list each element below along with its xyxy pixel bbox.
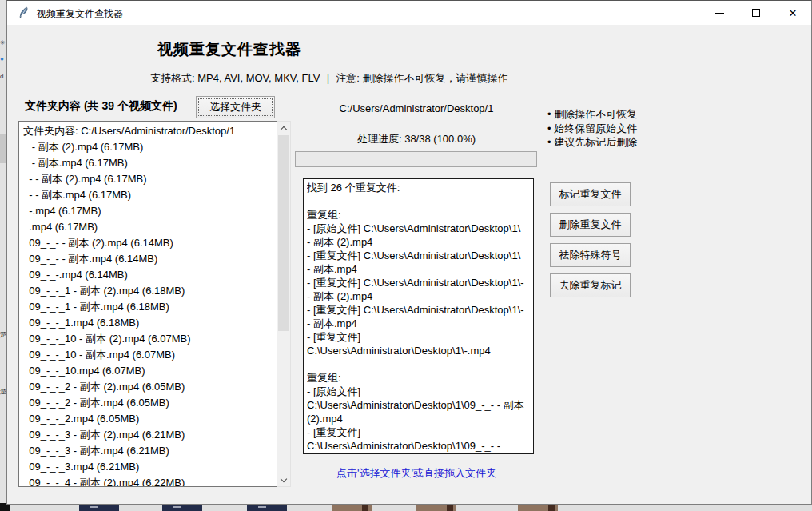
result-line: C:\Users\Administrator\Desktop\1\-.mp4: [307, 344, 530, 357]
result-line: - [重复文件] C:\Users\Administrator\Desktop\…: [307, 249, 530, 262]
file-list-item[interactable]: 09_-_-_3 - 副本 (2).mp4 (6.21MB): [19, 427, 277, 443]
result-line: - 副本.mp4: [307, 317, 530, 330]
remove-special-chars-button[interactable]: 祛除特殊符号: [550, 243, 631, 267]
result-line: - [重复文件]: [307, 425, 530, 439]
file-list-item[interactable]: 09_-_-_10.mp4 (6.07MB): [19, 363, 277, 379]
close-button[interactable]: ✕: [774, 1, 811, 25]
desktop-edge-block: [0, 134, 6, 163]
file-list-item[interactable]: 09_-_-_10 - 副本 (2).mp4 (6.07MB): [19, 331, 277, 347]
mark-duplicates-button[interactable]: 标记重复文件: [550, 182, 631, 206]
folder-content-label: 文件夹内容 (共 39 个视频文件): [25, 99, 177, 114]
duplicate-results-box[interactable]: 找到 26 个重复文件: 重复组:- [原始文件] C:\Users\Admin…: [303, 178, 534, 454]
chevron-up-icon: [280, 126, 286, 132]
app-window: 视频重复文件查找器 ✕ 视频重复文件查找器 支持格式: MP4, AVI, MO…: [6, 0, 812, 505]
scroll-up-button[interactable]: [277, 122, 289, 134]
file-list-item[interactable]: 09_-_-_1.mp4 (6.18MB): [19, 315, 277, 331]
desktop-video-thumbnail[interactable]: [518, 505, 558, 511]
drop-hint-link: 点击'选择文件夹'或直接拖入文件夹: [297, 466, 536, 481]
result-line: C:\Users\Administrator\Desktop\1\09_-_- …: [307, 439, 530, 453]
select-folder-button[interactable]: 选择文件夹: [196, 96, 275, 118]
file-list-scrollbar[interactable]: [277, 121, 291, 487]
title-bar[interactable]: 视频重复文件查找器 ✕: [7, 1, 811, 25]
remove-duplicate-marks-button[interactable]: 去除重复标记: [550, 273, 631, 297]
file-list-item[interactable]: 09_-_-_2.mp4 (6.05MB): [19, 411, 277, 427]
file-list-item[interactable]: - - 副本.mp4 (6.17MB): [19, 187, 277, 203]
progress-text: 处理进度: 38/38 (100.0%): [297, 132, 536, 146]
file-list-item[interactable]: 09_-_-_4 - 副本 (2).mp4 (6.22MB): [19, 475, 277, 487]
selected-folder-path: C:/Users/Administrator/Desktop/1: [297, 102, 536, 114]
result-line: - [原始文件] C:\Users\Administrator\Desktop\…: [307, 222, 530, 235]
minimize-icon: [715, 13, 724, 14]
file-list-item[interactable]: 09_-_-_1 - 副本.mp4 (6.18MB): [19, 299, 277, 315]
desktop-video-thumbnail[interactable]: [79, 505, 119, 511]
file-list-item[interactable]: - - 副本 (2).mp4 (6.17MB): [19, 171, 277, 187]
file-list-item[interactable]: 09_-_-_3.mp4 (6.21MB): [19, 459, 277, 475]
result-line: 找到 26 个重复文件:: [307, 181, 530, 194]
page-title: 视频重复文件查找器: [157, 39, 301, 60]
file-list-item[interactable]: - 副本 (2).mp4 (6.17MB): [19, 139, 277, 155]
progress-bar: [295, 151, 537, 167]
maximize-button[interactable]: [738, 1, 774, 25]
thumbnail-detail: [90, 506, 98, 508]
file-list-item[interactable]: 09_-_- - 副本 (2).mp4 (6.14MB): [19, 235, 277, 251]
file-list-item[interactable]: .mp4 (6.17MB): [19, 219, 277, 235]
file-list-item[interactable]: -.mp4 (6.17MB): [19, 203, 277, 219]
file-list-item[interactable]: 09_-_-_10 - 副本.mp4 (6.07MB): [19, 347, 277, 363]
file-listbox[interactable]: 文件夹内容: C:/Users/Administrator/Desktop/1 …: [18, 121, 277, 487]
window-title: 视频重复文件查找器: [37, 7, 123, 21]
warning-note: • 始终保留原始文件: [547, 122, 637, 136]
delete-duplicates-button[interactable]: 删除重复文件: [550, 213, 631, 237]
file-list-item[interactable]: 09_-_- - 副本.mp4 (6.14MB): [19, 251, 277, 267]
file-list-item[interactable]: 09_-_-_3 - 副本.mp4 (6.21MB): [19, 443, 277, 459]
chevron-down-icon: [280, 475, 286, 481]
thumbnail-detail: [258, 506, 266, 508]
result-line: - 副本 (2).mp4: [307, 289, 530, 303]
result-line: 重复组:: [307, 208, 530, 222]
result-line: - [重复文件] C:\Users\Administrator\Desktop\…: [307, 303, 530, 317]
result-line: - 副本.mp4: [307, 262, 530, 276]
result-line: [307, 194, 530, 208]
result-line: - [重复文件] C:\Users\Administrator\Desktop\…: [307, 276, 530, 289]
file-list-item[interactable]: 09_-_-_2 - 副本 (2).mp4 (6.05MB): [19, 379, 277, 395]
python-feather-icon[interactable]: [18, 6, 30, 19]
desktop-video-thumbnail[interactable]: [416, 505, 456, 511]
close-icon: ✕: [789, 8, 798, 18]
thumbnail-detail: [173, 506, 181, 508]
desktop-video-thumbnail[interactable]: [162, 505, 202, 511]
result-line: [307, 357, 530, 371]
result-line: 重复组:: [307, 371, 530, 385]
scroll-down-button[interactable]: [277, 473, 289, 486]
file-list-item[interactable]: - 副本.mp4 (6.17MB): [19, 155, 277, 171]
result-line: C:\Users\Administrator\Desktop\1\09_-_- …: [307, 398, 530, 412]
result-line: (2).mp4: [307, 412, 530, 425]
minimize-button[interactable]: [701, 1, 738, 25]
result-line: - 副本 (2).mp4: [307, 235, 530, 249]
scrollbar-thumb[interactable]: [278, 135, 289, 331]
window-controls: ✕: [701, 1, 811, 25]
maximize-icon: [752, 9, 760, 17]
file-list-item[interactable]: 09_-_-_1 - 副本 (2).mp4 (6.18MB): [19, 283, 277, 299]
warning-notes: • 删除操作不可恢复• 始终保留原始文件• 建议先标记后删除: [547, 107, 637, 150]
thumbnail-detail: [548, 505, 555, 511]
file-list-item[interactable]: 09_-_-_2 - 副本.mp4 (6.05MB): [19, 395, 277, 411]
desktop-video-thumbnail[interactable]: [247, 505, 287, 511]
desktop-video-thumbnail[interactable]: [332, 505, 372, 511]
screen: ✳●d楚楚 视频重复文件查找器 ✕ 视频重复文件查找器 支持格式: MP4, A…: [0, 0, 812, 511]
file-list-item[interactable]: 文件夹内容: C:/Users/Administrator/Desktop/1: [19, 123, 277, 139]
thumbnail-detail: [447, 505, 453, 511]
desktop-bottom-strip: [0, 505, 812, 511]
format-warning-subtitle: 支持格式: MP4, AVI, MOV, MKV, FLV ｜ 注意: 删除操作…: [150, 71, 508, 86]
result-line: - [重复文件]: [307, 330, 530, 344]
warning-note: • 建议先标记后删除: [547, 135, 637, 150]
warning-note: • 删除操作不可恢复: [547, 107, 637, 122]
thumbnail-detail: [362, 505, 368, 511]
result-line: - [原始文件]: [307, 385, 530, 398]
file-list-item[interactable]: 09_-_-.mp4 (6.14MB): [19, 267, 277, 283]
